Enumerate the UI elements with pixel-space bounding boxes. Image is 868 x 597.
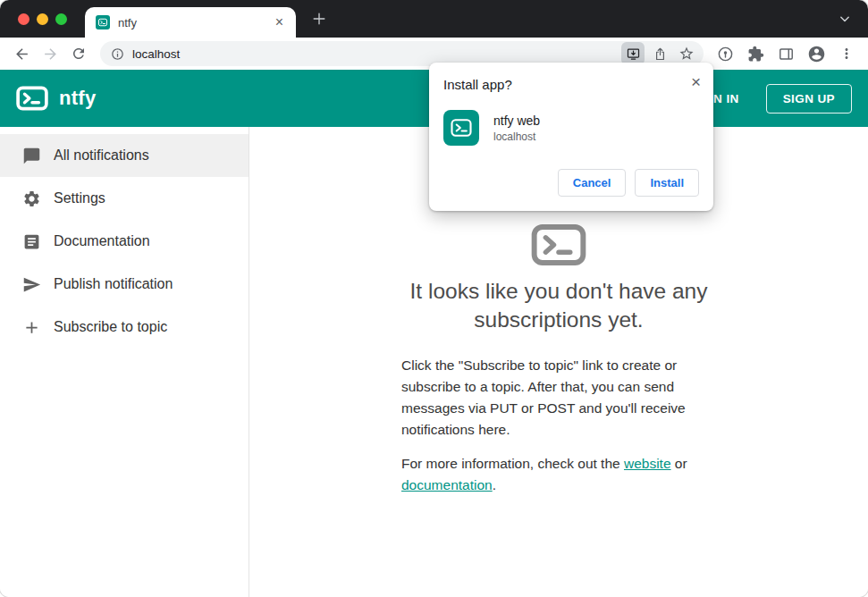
dialog-app-meta: ntfy web localhost <box>493 114 540 143</box>
puzzle-icon[interactable] <box>743 41 768 66</box>
empty-state-heading: It looks like you don't have any subscri… <box>389 277 729 335</box>
documentation-link[interactable]: documentation <box>401 477 493 492</box>
sign-up-button[interactable]: SIGN UP <box>766 84 852 114</box>
tab-title: ntfy <box>118 16 274 29</box>
forward-icon[interactable] <box>38 41 63 66</box>
sidebar-item-documentation[interactable]: Documentation <box>0 220 249 263</box>
ntfy-favicon-icon <box>96 15 110 29</box>
chevron-down-icon[interactable] <box>836 10 854 28</box>
gear-icon <box>21 189 41 208</box>
reload-icon[interactable] <box>66 41 91 66</box>
sidebar-item-all-notifications[interactable]: All notifications <box>0 134 249 177</box>
close-icon[interactable]: × <box>691 73 701 90</box>
dialog-app-name: ntfy web <box>493 114 540 128</box>
sidebar-item-publish-notification[interactable]: Publish notification <box>0 263 249 306</box>
info-middle: or <box>671 456 687 471</box>
sidebar-item-settings[interactable]: Settings <box>0 177 249 220</box>
empty-state-info: For more information, check out the webs… <box>401 453 716 496</box>
window-controls <box>18 13 67 25</box>
close-window-button[interactable] <box>18 13 29 25</box>
sidebar: All notifications Settings Documentation… <box>0 127 249 597</box>
empty-state-paragraph: Click the "Subscribe to topic" link to c… <box>401 355 716 441</box>
cancel-button[interactable]: Cancel <box>558 169 627 197</box>
sidebar-item-label: All notifications <box>54 147 149 164</box>
sidebar-item-label: Documentation <box>54 233 150 249</box>
chat-bubble-icon <box>21 146 41 165</box>
avatar-icon[interactable] <box>804 41 829 66</box>
info-prefix: For more information, check out the <box>401 456 624 471</box>
sidebar-item-label: Settings <box>54 190 105 206</box>
dialog-app-origin: localhost <box>493 130 540 143</box>
website-link[interactable]: website <box>624 456 671 471</box>
ntfy-app-icon <box>443 110 479 146</box>
terminal-logo-icon <box>16 86 48 111</box>
brand-name: ntfy <box>59 87 97 110</box>
toolbar-right-icons <box>712 41 859 66</box>
install-app-dialog: Install app? × ntfy web localhost Cancel… <box>429 63 713 211</box>
book-icon <box>21 231 41 251</box>
extension-icon[interactable] <box>712 41 737 66</box>
sidebar-item-label: Publish notification <box>54 276 173 292</box>
dialog-title: Install app? <box>443 77 699 92</box>
terminal-logo-icon <box>531 223 586 266</box>
sidebar-item-label: Subscribe to topic <box>54 319 167 335</box>
side-panel-icon[interactable] <box>773 41 798 66</box>
dialog-actions: Cancel Install <box>443 169 699 197</box>
back-icon[interactable] <box>9 41 34 66</box>
dialog-app-row: ntfy web localhost <box>443 110 699 146</box>
send-icon <box>21 274 41 294</box>
info-suffix: . <box>493 477 496 492</box>
new-tab-icon[interactable] <box>309 9 329 29</box>
zoom-window-button[interactable] <box>55 13 67 25</box>
url-text: localhost <box>132 47 180 61</box>
browser-tab[interactable]: ntfy × <box>85 7 296 38</box>
tab-close-icon[interactable]: × <box>274 13 285 31</box>
info-icon[interactable] <box>111 47 124 61</box>
install-button[interactable]: Install <box>635 169 699 197</box>
browser-window: ntfy × localhost <box>0 0 868 597</box>
sidebar-item-subscribe-to-topic[interactable]: Subscribe to topic <box>0 306 249 349</box>
minimize-window-button[interactable] <box>37 13 48 25</box>
tab-strip: ntfy × <box>0 0 868 38</box>
menu-dots-icon[interactable] <box>834 41 859 66</box>
plus-icon <box>21 317 41 337</box>
